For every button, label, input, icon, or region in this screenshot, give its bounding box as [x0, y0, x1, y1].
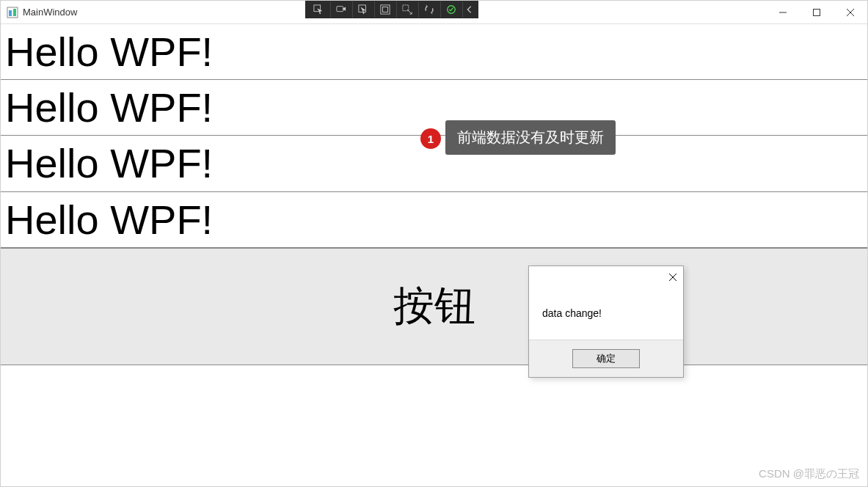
content-area: Hello WPF! Hello WPF! Hello WPF! Hello W… [1, 24, 867, 486]
text-row: Hello WPF! [1, 192, 867, 248]
close-icon[interactable] [668, 271, 677, 285]
svg-rect-2 [13, 9, 16, 16]
ok-button[interactable]: 确定 [572, 349, 640, 368]
debug-toolbar [305, 1, 478, 18]
watermark: CSDN @罪恶の王冠 [759, 467, 859, 481]
annotation-number: 1 [428, 133, 434, 145]
success-icon[interactable] [440, 1, 461, 18]
message-box: data change! 确定 [528, 266, 684, 378]
svg-rect-4 [336, 7, 343, 12]
window-controls [766, 1, 867, 23]
minimize-button[interactable] [766, 1, 800, 23]
text-row: Hello WPF! [1, 80, 867, 136]
svg-rect-7 [382, 7, 387, 12]
record-icon[interactable] [330, 1, 351, 18]
annotation-badge: 1 [420, 128, 441, 149]
main-button-label: 按钮 [393, 279, 475, 334]
svg-rect-6 [380, 5, 389, 14]
main-button[interactable]: 按钮 [1, 248, 867, 365]
track-icon[interactable] [396, 1, 417, 18]
maximize-button[interactable] [800, 1, 834, 23]
blank-area [1, 365, 867, 486]
message-box-body: data change! [529, 290, 683, 340]
text-row: Hello WPF! [1, 24, 867, 80]
app-icon [7, 7, 18, 18]
message-box-footer: 确定 [529, 340, 683, 377]
inspect-icon[interactable] [352, 1, 373, 18]
collapse-icon[interactable] [462, 1, 475, 18]
annotation-text: 前端数据没有及时更新 [457, 129, 604, 145]
message-box-titlebar [529, 266, 683, 290]
main-window: MainWindow [0, 0, 868, 487]
select-element-icon[interactable] [308, 1, 329, 18]
layout-icon[interactable] [374, 1, 395, 18]
annotation-bubble: 前端数据没有及时更新 [445, 120, 616, 155]
close-button[interactable] [834, 1, 867, 23]
window-title: MainWindow [23, 7, 77, 18]
svg-rect-1 [9, 10, 12, 16]
titlebar: MainWindow [1, 1, 867, 24]
svg-rect-11 [814, 9, 820, 15]
hotreload-icon[interactable] [418, 1, 439, 18]
